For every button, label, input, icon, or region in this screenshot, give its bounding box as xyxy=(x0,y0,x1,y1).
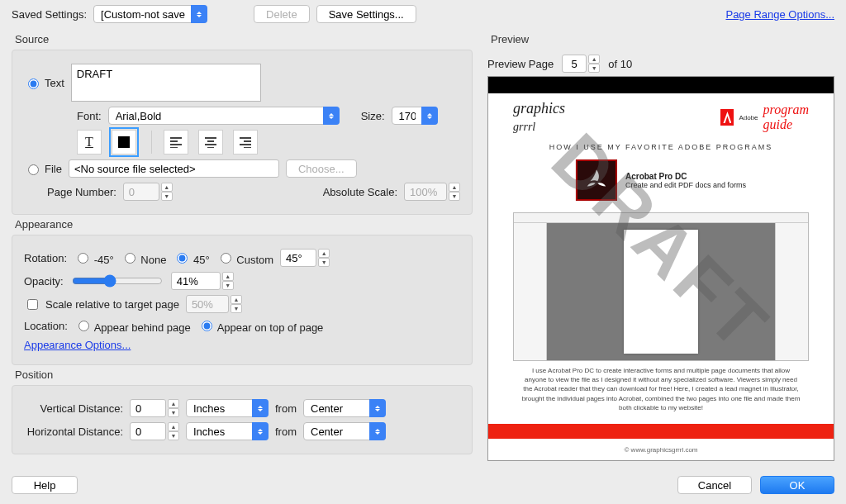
cancel-button[interactable]: Cancel xyxy=(677,476,752,494)
horizontal-distance-stepper[interactable]: ▲▼ xyxy=(130,422,179,440)
vertical-from-select[interactable]: Center xyxy=(303,399,386,417)
choose-button[interactable]: Choose... xyxy=(286,159,357,178)
saved-settings-label: Saved Settings: xyxy=(12,8,87,21)
from-label: from xyxy=(275,426,297,438)
from-label: from xyxy=(275,402,297,415)
position-panel: Vertical Distance: ▲▼ Inches from Center… xyxy=(12,385,473,454)
help-button[interactable]: Help xyxy=(12,476,78,494)
page-number-label: Page Number: xyxy=(47,186,116,198)
rotation-m45-radio[interactable] xyxy=(78,253,88,264)
location-label: Location: xyxy=(24,320,68,332)
vertical-distance-stepper[interactable]: ▲▼ xyxy=(130,399,179,417)
rotation-45-radio[interactable] xyxy=(177,253,188,264)
location-behind-radio[interactable] xyxy=(78,321,89,331)
page-number-stepper[interactable]: ▲▼ xyxy=(123,183,173,201)
align-right-icon[interactable] xyxy=(233,130,258,155)
preview-subhead: HOW I USE MY FAVORITE ADOBE PROGRAMS xyxy=(488,143,834,151)
preview-footer: © www.graphicsgrrrl.com xyxy=(488,439,834,460)
appearance-options-link[interactable]: Appearance Options... xyxy=(24,339,131,351)
size-label: Size: xyxy=(361,110,385,122)
absolute-scale-label: Absolute Scale: xyxy=(323,186,397,198)
preview-body-text: I use Acrobat Pro DC to create interacti… xyxy=(521,366,801,412)
vertical-distance-label: Vertical Distance: xyxy=(24,402,123,415)
preview-title: Preview xyxy=(491,33,834,45)
rotation-custom-stepper[interactable]: ▲▼ xyxy=(280,249,330,267)
text-color-icon[interactable] xyxy=(112,130,136,155)
opacity-slider[interactable] xyxy=(72,274,163,288)
page-range-options-link[interactable]: Page Range Options... xyxy=(725,8,834,21)
file-radio-label: File xyxy=(45,163,62,175)
appearance-title: Appearance xyxy=(15,218,473,231)
delete-button[interactable]: Delete xyxy=(254,5,310,23)
horizontal-from-select[interactable]: Center xyxy=(303,422,386,440)
ok-button[interactable]: OK xyxy=(760,476,834,494)
preview-of-label: of 10 xyxy=(608,58,632,70)
preview-page-label: Preview Page xyxy=(487,58,554,70)
divider xyxy=(151,131,152,154)
text-radio-label: Text xyxy=(45,77,64,89)
font-label: Font: xyxy=(77,110,102,122)
preview-page-stepper[interactable]: ▲▼ xyxy=(562,55,600,73)
scale-relative-stepper[interactable]: ▲▼ xyxy=(186,295,242,313)
file-radio[interactable] xyxy=(28,164,39,175)
saved-settings-select[interactable]: [Custom-not saved] xyxy=(93,5,207,23)
opacity-label: Opacity: xyxy=(24,275,64,288)
text-radio[interactable] xyxy=(28,78,39,89)
location-ontop-radio[interactable] xyxy=(202,321,212,331)
source-title: Source xyxy=(15,33,473,45)
rotation-none-radio[interactable] xyxy=(125,253,135,264)
preview-canvas: graphicsgrrrl Adobe programguide HOW I U… xyxy=(487,76,834,461)
horizontal-unit-select[interactable]: Inches xyxy=(186,422,269,440)
scale-relative-label: Scale relative to target page xyxy=(45,298,179,311)
vertical-unit-select[interactable]: Inches xyxy=(186,399,269,417)
appearance-panel: Rotation: -45° None 45° Custom ▲▼ Opacit… xyxy=(12,235,473,365)
program-guide-logo: programguide xyxy=(763,102,809,132)
save-settings-button[interactable]: Save Settings... xyxy=(316,5,416,23)
source-panel: Text DRAFT Font: Arial,Bold Size: 170 xyxy=(12,50,473,215)
rotation-label: Rotation: xyxy=(24,252,67,264)
adobe-logo-icon xyxy=(720,109,734,126)
align-center-icon[interactable] xyxy=(198,130,223,155)
opacity-stepper[interactable]: ▲▼ xyxy=(171,272,234,290)
align-left-icon[interactable] xyxy=(164,130,188,155)
size-select[interactable]: 170 xyxy=(392,107,438,125)
underline-icon[interactable]: T xyxy=(77,130,102,155)
font-select[interactable]: Arial,Bold xyxy=(108,107,340,125)
graphics-grrrl-logo: graphicsgrrrl xyxy=(513,100,565,135)
watermark-text-input[interactable]: DRAFT xyxy=(71,64,261,102)
scale-relative-checkbox[interactable] xyxy=(27,299,38,310)
absolute-scale-stepper[interactable]: ▲▼ xyxy=(404,183,460,201)
horizontal-distance-label: Horizontal Distance: xyxy=(24,426,123,438)
position-title: Position xyxy=(15,368,473,381)
rotation-custom-radio[interactable] xyxy=(221,253,231,264)
file-path-input[interactable] xyxy=(69,159,279,178)
